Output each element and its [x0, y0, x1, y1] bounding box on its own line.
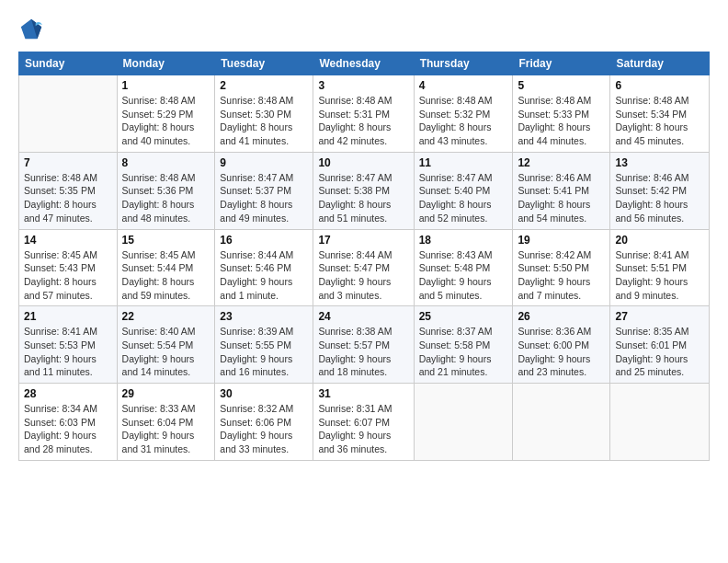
calendar-cell: 11Sunrise: 8:47 AM Sunset: 5:40 PM Dayli… [414, 152, 513, 229]
calendar-cell: 2Sunrise: 8:48 AM Sunset: 5:30 PM Daylig… [215, 75, 313, 153]
day-number: 24 [318, 310, 408, 323]
day-number: 14 [24, 234, 112, 247]
day-number: 7 [24, 156, 112, 169]
week-row-4: 21Sunrise: 8:41 AM Sunset: 5:53 PM Dayli… [19, 306, 710, 384]
calendar-cell: 9Sunrise: 8:47 AM Sunset: 5:37 PM Daylig… [215, 152, 313, 229]
day-info: Sunrise: 8:44 AM Sunset: 5:46 PM Dayligh… [220, 248, 308, 303]
day-number: 25 [419, 310, 508, 323]
calendar-cell: 26Sunrise: 8:36 AM Sunset: 6:00 PM Dayli… [513, 306, 610, 384]
day-info: Sunrise: 8:34 AM Sunset: 6:03 PM Dayligh… [24, 402, 112, 456]
day-info: Sunrise: 8:48 AM Sunset: 5:33 PM Dayligh… [518, 94, 605, 148]
day-info: Sunrise: 8:36 AM Sunset: 6:00 PM Dayligh… [518, 325, 605, 379]
calendar-cell: 25Sunrise: 8:37 AM Sunset: 5:58 PM Dayli… [414, 306, 513, 384]
weekday-header-sunday: Sunday [19, 52, 118, 75]
calendar-cell: 6Sunrise: 8:48 AM Sunset: 5:34 PM Daylig… [610, 75, 710, 153]
day-number: 2 [220, 79, 308, 92]
day-info: Sunrise: 8:47 AM Sunset: 5:40 PM Dayligh… [419, 171, 508, 225]
calendar-cell: 16Sunrise: 8:44 AM Sunset: 5:46 PM Dayli… [215, 229, 313, 306]
calendar-cell: 3Sunrise: 8:48 AM Sunset: 5:31 PM Daylig… [313, 75, 414, 153]
calendar-cell: 28Sunrise: 8:34 AM Sunset: 6:03 PM Dayli… [19, 384, 118, 461]
day-info: Sunrise: 8:48 AM Sunset: 5:32 PM Dayligh… [419, 94, 508, 148]
day-number: 30 [220, 387, 308, 400]
day-info: Sunrise: 8:33 AM Sunset: 6:04 PM Dayligh… [122, 402, 210, 456]
calendar-cell: 31Sunrise: 8:31 AM Sunset: 6:07 PM Dayli… [313, 384, 414, 461]
day-info: Sunrise: 8:44 AM Sunset: 5:47 PM Dayligh… [318, 248, 408, 303]
day-number: 18 [419, 234, 508, 247]
day-number: 29 [122, 387, 210, 400]
calendar-cell: 13Sunrise: 8:46 AM Sunset: 5:42 PM Dayli… [610, 152, 710, 229]
day-info: Sunrise: 8:42 AM Sunset: 5:50 PM Dayligh… [518, 248, 605, 303]
day-number: 28 [24, 387, 112, 400]
calendar-cell: 18Sunrise: 8:43 AM Sunset: 5:48 PM Dayli… [414, 229, 513, 306]
weekday-header-monday: Monday [117, 52, 215, 75]
day-info: Sunrise: 8:41 AM Sunset: 5:53 PM Dayligh… [24, 325, 112, 379]
day-info: Sunrise: 8:35 AM Sunset: 6:01 PM Dayligh… [615, 325, 704, 379]
calendar-cell: 14Sunrise: 8:45 AM Sunset: 5:43 PM Dayli… [19, 229, 118, 306]
calendar-cell: 7Sunrise: 8:48 AM Sunset: 5:35 PM Daylig… [19, 152, 118, 229]
calendar-cell: 21Sunrise: 8:41 AM Sunset: 5:53 PM Dayli… [19, 306, 118, 384]
weekday-header-saturday: Saturday [610, 52, 710, 75]
calendar-cell: 15Sunrise: 8:45 AM Sunset: 5:44 PM Dayli… [117, 229, 215, 306]
week-row-5: 28Sunrise: 8:34 AM Sunset: 6:03 PM Dayli… [19, 384, 710, 461]
day-number: 11 [419, 156, 508, 169]
weekday-header-row: SundayMondayTuesdayWednesdayThursdayFrid… [19, 52, 710, 75]
week-row-1: 1Sunrise: 8:48 AM Sunset: 5:29 PM Daylig… [19, 75, 710, 153]
header [18, 17, 710, 42]
day-info: Sunrise: 8:48 AM Sunset: 5:35 PM Dayligh… [24, 171, 112, 225]
day-info: Sunrise: 8:46 AM Sunset: 5:42 PM Dayligh… [615, 171, 704, 225]
calendar-cell: 23Sunrise: 8:39 AM Sunset: 5:55 PM Dayli… [215, 306, 313, 384]
day-number: 12 [518, 156, 605, 169]
day-info: Sunrise: 8:31 AM Sunset: 6:07 PM Dayligh… [318, 402, 408, 456]
calendar-cell: 5Sunrise: 8:48 AM Sunset: 5:33 PM Daylig… [513, 75, 610, 153]
calendar-cell [513, 384, 610, 461]
day-info: Sunrise: 8:48 AM Sunset: 5:31 PM Dayligh… [318, 94, 408, 148]
calendar-cell: 12Sunrise: 8:46 AM Sunset: 5:41 PM Dayli… [513, 152, 610, 229]
day-info: Sunrise: 8:39 AM Sunset: 5:55 PM Dayligh… [220, 325, 308, 379]
calendar-cell [610, 384, 710, 461]
calendar-cell: 22Sunrise: 8:40 AM Sunset: 5:54 PM Dayli… [117, 306, 215, 384]
calendar-cell: 1Sunrise: 8:48 AM Sunset: 5:29 PM Daylig… [117, 75, 215, 153]
day-number: 4 [419, 79, 508, 92]
day-number: 27 [615, 310, 704, 323]
logo-icon [18, 17, 44, 42]
calendar-cell: 20Sunrise: 8:41 AM Sunset: 5:51 PM Dayli… [610, 229, 710, 306]
day-info: Sunrise: 8:32 AM Sunset: 6:06 PM Dayligh… [220, 402, 308, 456]
day-number: 20 [615, 234, 704, 247]
calendar-cell: 10Sunrise: 8:47 AM Sunset: 5:38 PM Dayli… [313, 152, 414, 229]
day-number: 13 [615, 156, 704, 169]
calendar-cell: 30Sunrise: 8:32 AM Sunset: 6:06 PM Dayli… [215, 384, 313, 461]
day-number: 10 [318, 156, 408, 169]
day-number: 26 [518, 310, 605, 323]
day-number: 3 [318, 79, 408, 92]
calendar-cell: 17Sunrise: 8:44 AM Sunset: 5:47 PM Dayli… [313, 229, 414, 306]
calendar-cell: 8Sunrise: 8:48 AM Sunset: 5:36 PM Daylig… [117, 152, 215, 229]
day-number: 5 [518, 79, 605, 92]
day-info: Sunrise: 8:48 AM Sunset: 5:29 PM Dayligh… [122, 94, 210, 148]
calendar-cell: 4Sunrise: 8:48 AM Sunset: 5:32 PM Daylig… [414, 75, 513, 153]
day-number: 23 [220, 310, 308, 323]
calendar-cell: 19Sunrise: 8:42 AM Sunset: 5:50 PM Dayli… [513, 229, 610, 306]
day-info: Sunrise: 8:43 AM Sunset: 5:48 PM Dayligh… [419, 248, 508, 303]
weekday-header-friday: Friday [513, 52, 610, 75]
logo [18, 17, 48, 42]
calendar-cell: 24Sunrise: 8:38 AM Sunset: 5:57 PM Dayli… [313, 306, 414, 384]
day-number: 22 [122, 310, 210, 323]
day-number: 31 [318, 387, 408, 400]
calendar-cell [19, 75, 118, 153]
day-number: 9 [220, 156, 308, 169]
weekday-header-wednesday: Wednesday [313, 52, 414, 75]
week-row-3: 14Sunrise: 8:45 AM Sunset: 5:43 PM Dayli… [19, 229, 710, 306]
day-info: Sunrise: 8:46 AM Sunset: 5:41 PM Dayligh… [518, 171, 605, 225]
day-info: Sunrise: 8:40 AM Sunset: 5:54 PM Dayligh… [122, 325, 210, 379]
day-number: 17 [318, 234, 408, 247]
calendar-cell [414, 384, 513, 461]
weekday-header-tuesday: Tuesday [215, 52, 313, 75]
page: SundayMondayTuesdayWednesdayThursdayFrid… [0, 0, 728, 470]
calendar-table: SundayMondayTuesdayWednesdayThursdayFrid… [18, 52, 710, 461]
day-info: Sunrise: 8:45 AM Sunset: 5:43 PM Dayligh… [24, 248, 112, 303]
calendar-cell: 29Sunrise: 8:33 AM Sunset: 6:04 PM Dayli… [117, 384, 215, 461]
day-number: 15 [122, 234, 210, 247]
day-number: 8 [122, 156, 210, 169]
weekday-header-thursday: Thursday [414, 52, 513, 75]
day-number: 6 [615, 79, 704, 92]
